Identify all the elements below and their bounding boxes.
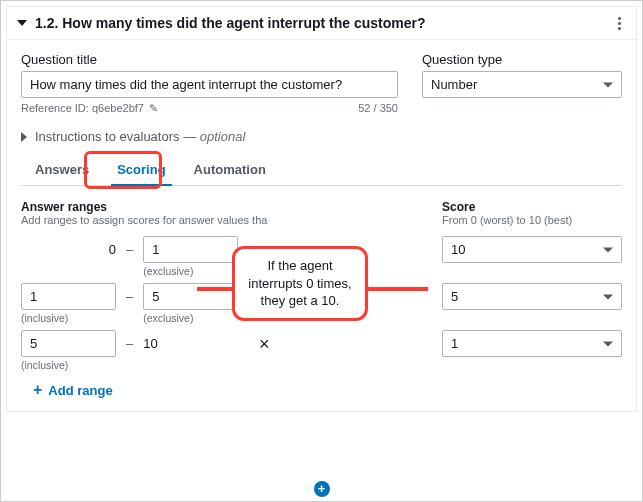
tab-answers[interactable]: Answers — [21, 154, 103, 185]
range-low-static: 0 — [21, 236, 116, 257]
remove-range-button[interactable]: × — [248, 330, 280, 355]
add-range-button[interactable]: + Add range — [33, 381, 622, 399]
range-low-incl: (inclusive) — [21, 312, 116, 324]
range-low-input[interactable] — [21, 330, 116, 357]
answer-ranges-heading: Answer ranges — [21, 200, 418, 214]
annotation-arm — [368, 287, 428, 291]
pencil-icon[interactable]: ✎ — [149, 102, 158, 114]
add-circle-button[interactable]: + — [314, 481, 330, 497]
question-panel: 1.2. How many times did the agent interr… — [6, 6, 637, 412]
score-select[interactable]: 5 — [442, 283, 622, 310]
char-count: 52 / 350 — [358, 102, 398, 115]
range-low-incl: (inclusive) — [21, 359, 116, 371]
panel-header[interactable]: 1.2. How many times did the agent interr… — [7, 7, 636, 40]
annotation-arm — [197, 287, 232, 291]
score-select[interactable]: 10 — [442, 236, 622, 263]
range-high-incl: (exclusive) — [143, 312, 238, 324]
question-title-input[interactable] — [21, 71, 398, 98]
question-title-label: Question title — [21, 52, 398, 67]
question-type-select[interactable]: Number — [422, 71, 622, 98]
reference-id[interactable]: Reference ID: q6ebe2bf7 ✎ — [21, 102, 158, 115]
annotation-callout: If the agent interrupts 0 times, they ge… — [232, 246, 368, 321]
range-row: (inclusive) – 10 × 1 — [21, 330, 622, 371]
range-high-input[interactable] — [143, 236, 238, 263]
question-type-label: Question type — [422, 52, 622, 67]
range-high-incl: (exclusive) — [143, 265, 238, 277]
tab-scoring[interactable]: Scoring — [103, 154, 179, 185]
tabs: Answers Scoring Automation — [21, 154, 622, 186]
caret-right-icon — [21, 132, 27, 142]
caret-down-icon — [17, 20, 27, 26]
tab-automation[interactable]: Automation — [180, 154, 280, 185]
kebab-menu-icon[interactable] — [612, 17, 626, 30]
instructions-toggle[interactable]: Instructions to evaluators — optional — [21, 129, 622, 144]
plus-icon: + — [33, 381, 42, 399]
range-low-input[interactable] — [21, 283, 116, 310]
answer-ranges-desc: Add ranges to assign scores for answer v… — [21, 214, 418, 226]
range-high-static: 10 — [143, 330, 238, 351]
panel-title: 1.2. How many times did the agent interr… — [35, 15, 612, 31]
score-select[interactable]: 1 — [442, 330, 622, 357]
score-heading: Score — [442, 200, 622, 214]
score-desc: From 0 (worst) to 10 (best) — [442, 214, 622, 226]
